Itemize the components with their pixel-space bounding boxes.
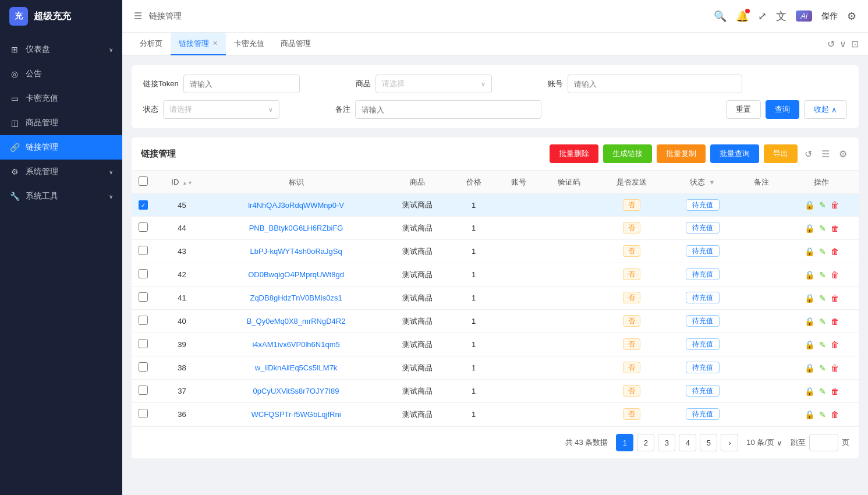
batch-query-button[interactable]: 批量查询	[710, 144, 759, 163]
delete-icon[interactable]: 🗑	[831, 387, 839, 396]
notification-icon[interactable]: 🔔	[736, 10, 749, 23]
sidebar-item-card-recharge[interactable]: ▭ 卡密充值	[0, 86, 122, 111]
status-tag[interactable]: 待充值	[686, 292, 720, 303]
delete-icon[interactable]: 🗑	[831, 363, 839, 373]
status-tag[interactable]: 待充值	[686, 222, 720, 234]
sidebar-item-system-tools[interactable]: 🔧 系统工具 ∨	[0, 184, 122, 208]
sidebar-item-product-management[interactable]: ◫ 商品管理	[0, 111, 122, 135]
token-link[interactable]: LbPJ-kqWYT4sh0oRaJgSq	[250, 247, 342, 256]
table-settings-icon[interactable]: ⚙	[837, 146, 849, 162]
lock-icon[interactable]: 🔒	[805, 294, 814, 303]
row-checkbox[interactable]	[139, 269, 148, 278]
page-size-selector[interactable]: 10 条/页 ∨	[746, 437, 782, 448]
tab-link-management[interactable]: 链接管理 ✕	[171, 33, 226, 55]
lock-icon[interactable]: 🔒	[805, 200, 814, 210]
lock-icon[interactable]: 🔒	[805, 317, 814, 326]
lock-icon[interactable]: 🔒	[805, 387, 814, 396]
page-4-button[interactable]: 4	[679, 434, 696, 451]
status-tag[interactable]: 待充值	[686, 268, 720, 280]
token-input[interactable]	[183, 75, 300, 93]
delete-icon[interactable]: 🗑	[831, 410, 839, 419]
tab-analytics[interactable]: 分析页	[132, 33, 171, 55]
page-2-button[interactable]: 2	[637, 434, 654, 451]
select-all-checkbox[interactable]	[139, 176, 148, 186]
sidebar-item-dashboard[interactable]: ⊞ 仪表盘 ∨	[0, 37, 122, 62]
export-button[interactable]: 导出	[764, 144, 798, 163]
batch-delete-button[interactable]: 批量删除	[550, 144, 598, 163]
page-1-button[interactable]: 1	[616, 434, 633, 451]
lock-icon[interactable]: 🔒	[805, 410, 814, 419]
row-checkbox[interactable]	[139, 409, 148, 418]
user-info[interactable]: 傑作	[821, 11, 838, 22]
status-filter-icon[interactable]: ▼	[709, 179, 715, 186]
remark-input[interactable]	[355, 100, 541, 119]
tab-product-management[interactable]: 商品管理	[272, 33, 319, 55]
settings-icon[interactable]: ⚙	[847, 10, 856, 23]
status-tag[interactable]: 待充值	[686, 315, 720, 327]
lock-icon[interactable]: 🔒	[805, 340, 814, 349]
delete-icon[interactable]: 🗑	[831, 294, 839, 303]
refresh-icon[interactable]: ↺	[827, 38, 835, 50]
generate-link-button[interactable]: 生成链接	[603, 144, 652, 163]
row-checkbox[interactable]	[139, 386, 148, 395]
delete-icon[interactable]: 🗑	[831, 340, 839, 349]
edit-icon[interactable]: ✎	[819, 247, 826, 256]
token-link[interactable]: PNB_BBtyk0G6LH6RZbiFG	[249, 224, 343, 232]
product-select[interactable]: 请选择 ∨	[375, 75, 492, 93]
account-input[interactable]	[568, 75, 742, 93]
token-link[interactable]: OD0BwqigO4PMprqUWt8gd	[248, 270, 344, 279]
edit-icon[interactable]: ✎	[819, 387, 826, 396]
next-page-button[interactable]: ›	[721, 434, 738, 451]
token-link[interactable]: lr4NhQAJ3oRdqWWMnp0-V	[248, 201, 344, 210]
edit-icon[interactable]: ✎	[819, 224, 826, 233]
delete-icon[interactable]: 🗑	[831, 247, 839, 256]
reset-button[interactable]: 重置	[726, 100, 761, 119]
edit-icon[interactable]: ✎	[819, 363, 826, 373]
status-tag[interactable]: 待充值	[686, 362, 720, 373]
edit-icon[interactable]: ✎	[819, 200, 826, 210]
row-checkbox[interactable]	[139, 292, 148, 302]
row-checkbox[interactable]	[139, 339, 148, 348]
delete-icon[interactable]: 🗑	[831, 200, 839, 210]
tab-close-link-management[interactable]: ✕	[212, 40, 218, 47]
sidebar-item-link-management[interactable]: 🔗 链接管理	[0, 135, 122, 160]
delete-icon[interactable]: 🗑	[831, 224, 839, 233]
status-tag[interactable]: 待充值	[686, 408, 720, 420]
batch-copy-button[interactable]: 批量复制	[657, 144, 706, 163]
token-link[interactable]: WCFQSPTr-f5WGbLqjfRni	[251, 410, 341, 419]
row-checkbox[interactable]	[139, 362, 148, 372]
status-tag[interactable]: 待充值	[686, 199, 720, 211]
row-checkbox[interactable]	[139, 222, 148, 232]
chevron-down-icon[interactable]: ∨	[839, 38, 846, 50]
token-link[interactable]: ZqDB8gHdzTnV0BMis0zs1	[250, 294, 342, 302]
lock-icon[interactable]: 🔒	[805, 247, 814, 256]
tab-card-recharge[interactable]: 卡密充值	[226, 33, 272, 55]
id-sort-icon[interactable]: ▲▼	[182, 180, 193, 186]
status-tag[interactable]: 待充值	[686, 338, 720, 350]
edit-icon[interactable]: ✎	[819, 410, 826, 419]
token-link[interactable]: 0pCyUXVitSs8r7OJY7I89	[253, 387, 339, 395]
fullscreen-icon[interactable]: ⤢	[758, 10, 767, 23]
jump-input[interactable]	[809, 434, 838, 451]
column-settings-icon[interactable]: ☰	[819, 146, 832, 162]
delete-icon[interactable]: 🗑	[831, 270, 839, 280]
translate-icon[interactable]: 文	[776, 9, 786, 23]
search-icon[interactable]: 🔍	[714, 10, 727, 23]
edit-icon[interactable]: ✎	[819, 317, 826, 326]
edit-icon[interactable]: ✎	[819, 270, 826, 280]
delete-icon[interactable]: 🗑	[831, 317, 839, 326]
refresh-table-icon[interactable]: ↺	[802, 146, 814, 162]
row-checkbox[interactable]: ✓	[139, 200, 148, 210]
token-link[interactable]: B_Qy0eMq0X8_mrRNgD4R2	[247, 317, 346, 326]
edit-icon[interactable]: ✎	[819, 294, 826, 303]
sidebar-item-system-management[interactable]: ⚙ 系统管理 ∨	[0, 160, 122, 184]
lock-icon[interactable]: 🔒	[805, 270, 814, 280]
edit-icon[interactable]: ✎	[819, 340, 826, 349]
collapse-button[interactable]: 收起 ∧	[804, 100, 847, 119]
search-button[interactable]: 查询	[766, 100, 799, 119]
token-link[interactable]: i4xAM1ivx6VP0lh6N1qm5	[252, 340, 339, 349]
lock-icon[interactable]: 🔒	[805, 224, 814, 233]
page-5-button[interactable]: 5	[700, 434, 717, 451]
lock-icon[interactable]: 🔒	[805, 363, 814, 373]
ai-label[interactable]: Ai	[796, 10, 812, 22]
